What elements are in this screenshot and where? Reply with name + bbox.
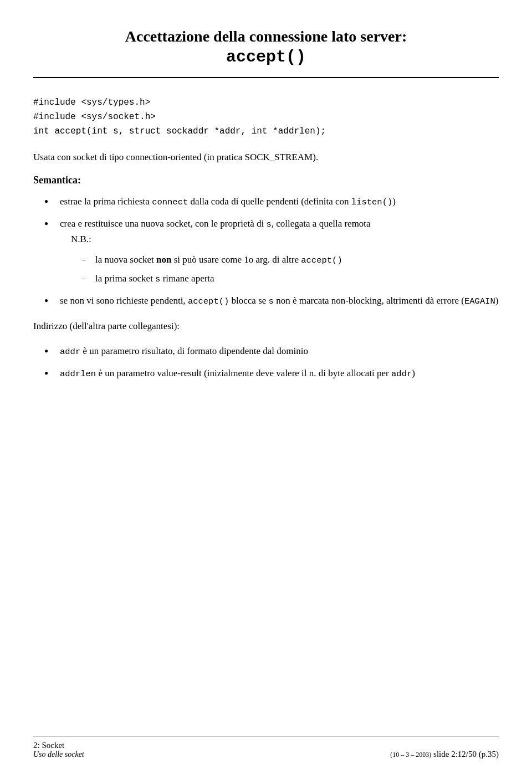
footer-left-title: 2: Socket: [33, 741, 84, 750]
sub2-text-before: la prima socket: [95, 273, 155, 284]
footer-slide: slide 2:12/50 (p.35): [433, 750, 499, 758]
description-text: Usata con socket di tipo connection-orie…: [33, 150, 499, 165]
nb-block: N.B.:: [71, 232, 499, 247]
bullet3-code1: accept(): [188, 296, 229, 306]
bullet3-text-mid: blocca se: [229, 295, 268, 306]
bullet3-text-after: non è marcata non-blocking, altrimenti d…: [274, 295, 464, 306]
list-item: la prima socket s rimane aperta: [82, 271, 499, 286]
bullet3-text-end: ): [495, 295, 499, 306]
sub2-text-after: rimane aperta: [160, 273, 214, 284]
bullet3-code3: EAGAIN: [464, 296, 495, 306]
code-line3: int accept(int s, struct sockaddr *addr,…: [33, 125, 499, 139]
addrlen-text-after: è un parametro value-result (inizialment…: [96, 368, 391, 378]
addrlen-code2: addr: [391, 369, 412, 379]
bullet1-code1: connect: [152, 197, 188, 207]
nb-label: N.B.:: [71, 234, 91, 244]
sub-bullet-list: la nuova socket non si può usare come 1o…: [82, 252, 499, 286]
bullet3-code2: s: [269, 296, 274, 306]
addr-text-after: è un parametro risultato, di formato dip…: [80, 346, 308, 356]
indirizzo-title: Indirizzo (dell'altra parte collegantesi…: [33, 319, 499, 334]
addrlen-text-end: ): [412, 368, 415, 378]
sub1-text-after: si può usare come 1o arg. di altre: [171, 254, 301, 265]
page-title: Accettazione della connessione lato serv…: [33, 27, 499, 68]
addr-code1: addr: [60, 347, 80, 357]
title-line2: accept(): [226, 48, 306, 66]
title-section: Accettazione della connessione lato serv…: [33, 27, 499, 78]
bullet2-code1: s: [266, 219, 271, 229]
footer-left: 2: Socket Uso delle socket: [33, 741, 84, 759]
footer-right: (10 – 3 – 2003) slide 2:12/50 (p.35): [390, 750, 499, 759]
list-item: crea e restituisce una nuova socket, con…: [44, 216, 499, 286]
bullet2-text-before: crea e restituisce una nuova socket, con…: [60, 218, 266, 229]
bullet3-text-before: se non vi sono richieste pendenti,: [60, 295, 188, 306]
sub1-bold: non: [156, 254, 171, 265]
footer: 2: Socket Uso delle socket (10 – 3 – 200…: [33, 736, 499, 759]
bullet1-code2: listen(): [351, 197, 392, 207]
title-line1: Accettazione della connessione lato serv…: [125, 28, 407, 45]
bullet1-text-end: ): [392, 196, 396, 207]
code-line2: #include <sys/socket.h>: [33, 110, 499, 125]
bullet1-text-after: dalla coda di quelle pendenti (definita …: [188, 196, 351, 207]
page: Accettazione della connessione lato serv…: [0, 0, 532, 779]
bullet-list-main: estrae la prima richiesta connect dalla …: [44, 194, 499, 308]
code-line1: #include <sys/types.h>: [33, 96, 499, 110]
bullet1-text-before: estrae la prima richiesta: [60, 196, 152, 207]
sub1-code1: accept(): [301, 255, 342, 265]
list-item: la nuova socket non si può usare come 1o…: [82, 252, 499, 268]
semantica-title: Semantica:: [33, 175, 499, 186]
list-item: se non vi sono richieste pendenti, accep…: [44, 293, 499, 309]
content: #include <sys/types.h> #include <sys/soc…: [33, 96, 499, 381]
list-item: addrlen è un parametro value-result (ini…: [44, 366, 499, 381]
list-item: addr è un parametro risultato, di format…: [44, 344, 499, 359]
sub1-text-before: la nuova socket: [95, 254, 156, 265]
bullet2-text-after: , collegata a quella remota: [272, 218, 371, 229]
list-item: estrae la prima richiesta connect dalla …: [44, 194, 499, 209]
addr-bullet-list: addr è un parametro risultato, di format…: [44, 344, 499, 381]
addrlen-code1: addrlen: [60, 369, 96, 379]
code-block: #include <sys/types.h> #include <sys/soc…: [33, 96, 499, 139]
footer-left-subtitle: Uso delle socket: [33, 750, 84, 759]
footer-date: (10 – 3 – 2003): [390, 751, 431, 758]
